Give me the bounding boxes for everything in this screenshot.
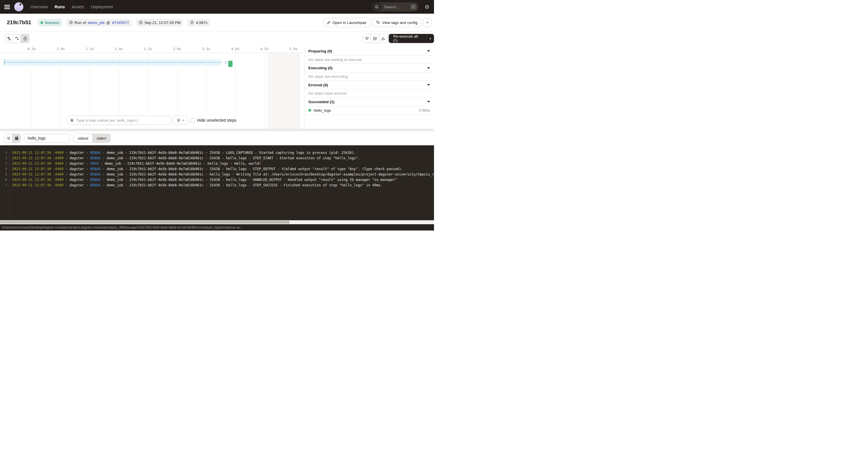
log-level: INFO bbox=[90, 161, 99, 165]
collapse-subset-button[interactable] bbox=[174, 116, 188, 125]
tab-stderr[interactable]: stderr bbox=[93, 134, 111, 143]
hide-unselected-checkbox[interactable] bbox=[191, 118, 195, 123]
dagster-logo-icon[interactable] bbox=[14, 2, 24, 12]
nav-link-runs[interactable]: Runs bbox=[55, 5, 65, 9]
step-start-marker-icon bbox=[224, 61, 227, 64]
commit-link[interactable]: 4f105077 bbox=[112, 21, 129, 25]
collapse-bottom-button[interactable] bbox=[363, 34, 371, 43]
gantt-chart: 0.5s1.0s1.5s2.0s2.5s3.0s3.5s4.0s4.5s5.0s… bbox=[0, 45, 305, 129]
scrollbar-thumb[interactable] bbox=[0, 221, 289, 224]
log-line: 72023-09-21 12:07:30 -0400 - dagster - D… bbox=[0, 183, 434, 188]
structured-log-button[interactable] bbox=[5, 134, 12, 143]
view-flat-button[interactable] bbox=[5, 34, 13, 43]
step-success-bar[interactable] bbox=[228, 61, 232, 67]
stopwatch-mode-icon bbox=[23, 36, 27, 41]
panel-empty-message: No steps are executing bbox=[308, 74, 348, 79]
tag-icon bbox=[376, 21, 380, 25]
flat-gantt-icon bbox=[7, 36, 11, 41]
log-timestamp: 2023-09-21 12:07:30 -0400 bbox=[12, 156, 64, 160]
step-subset-input[interactable] bbox=[76, 118, 169, 123]
log-filter-input[interactable] bbox=[24, 134, 70, 143]
re-execute-label: Re-execute all (*) bbox=[389, 34, 426, 43]
view-tags-config-button[interactable]: View tags and config bbox=[372, 18, 422, 27]
panel-section-header[interactable]: Errored (0) bbox=[305, 81, 434, 89]
panel-section-header[interactable]: Succeeded (1) bbox=[305, 98, 434, 106]
status-label: Success bbox=[45, 21, 59, 25]
log-toolbar: stdout stderr bbox=[0, 131, 434, 145]
dagster-run-page: OverviewRunsAssetsDeployment / ⚙ 219c7b5… bbox=[0, 0, 434, 230]
step-success-dot-icon bbox=[308, 109, 311, 112]
start-time-tag: Sep 21, 12:07:26 PM bbox=[136, 19, 184, 27]
log-line-text: 2023-09-21 12:07:30 -0400 - dagster - IN… bbox=[9, 161, 261, 166]
clock-icon bbox=[139, 21, 143, 25]
panel-empty-row: No steps are executing bbox=[305, 72, 434, 81]
log-level: DEBUG bbox=[90, 178, 101, 182]
raw-log-button[interactable] bbox=[12, 134, 21, 143]
gantt-toolbar: Hide not started steps Re-execute all (*… bbox=[0, 32, 434, 45]
job-link[interactable]: demo_job bbox=[88, 21, 104, 25]
re-execute-caret-icon[interactable]: ▾ bbox=[426, 34, 434, 43]
step-duration: 0.065s bbox=[419, 108, 430, 113]
search-box[interactable]: / bbox=[372, 2, 418, 11]
log-line: 12023-09-21 12:07:30 -0400 - dagster - D… bbox=[0, 150, 434, 156]
collapse-top-button[interactable] bbox=[379, 34, 387, 43]
axis-tick: 4.5s bbox=[258, 47, 271, 51]
stream-tabs: stdout stderr bbox=[73, 134, 111, 143]
log-view-mode-group bbox=[4, 134, 21, 143]
axis-tick: 2.5s bbox=[142, 47, 154, 51]
horizontal-scrollbar[interactable] bbox=[0, 220, 434, 224]
axis-tick: 3.5s bbox=[200, 47, 213, 51]
panel-empty-row: No steps have errored bbox=[305, 89, 434, 98]
log-timestamp: 2023-09-21 12:07:30 -0400 bbox=[12, 167, 64, 171]
axis-tick: 4.0s bbox=[229, 47, 242, 51]
step-row[interactable]: hello_logs0.065s bbox=[305, 106, 434, 115]
panel-section-header[interactable]: Executing (0) bbox=[305, 64, 434, 72]
status-badge: Success bbox=[38, 19, 62, 26]
chevron-down-icon bbox=[427, 84, 430, 86]
log-level: DEBUG bbox=[90, 167, 101, 171]
panel-section-header[interactable]: Preparing (0) bbox=[305, 47, 434, 56]
gear-icon[interactable]: ⚙ bbox=[425, 0, 429, 14]
gutter-divider bbox=[9, 145, 10, 220]
log-output[interactable]: 12023-09-21 12:07:30 -0400 - dagster - D… bbox=[0, 145, 434, 220]
log-timestamp: 2023-09-21 12:07:30 -0400 bbox=[12, 183, 64, 187]
split-panels-button[interactable] bbox=[371, 34, 379, 43]
chevron-down-icon bbox=[427, 67, 430, 69]
log-level: DEBUG bbox=[90, 151, 101, 155]
view-waterfall-button[interactable] bbox=[13, 34, 21, 43]
log-line-number: 1 bbox=[0, 150, 9, 156]
log-level: DEBUG bbox=[90, 183, 101, 187]
panel-empty-message: No steps are waiting to execute bbox=[308, 58, 362, 62]
panel-layout-group bbox=[363, 34, 387, 43]
log-line-text: 2023-09-21 12:07:30 -0400 - dagster - DE… bbox=[9, 177, 397, 183]
panel-collapse-up-icon bbox=[381, 36, 385, 41]
panel-collapse-down-icon bbox=[365, 36, 369, 41]
tab-stdout[interactable]: stdout bbox=[74, 134, 93, 143]
log-line-number: 2 bbox=[0, 156, 9, 161]
nav-link-deployment[interactable]: Deployment bbox=[91, 5, 113, 9]
search-input[interactable] bbox=[381, 5, 411, 9]
gantt-view-mode-group bbox=[5, 34, 29, 43]
log-line-text: 2023-09-21 12:07:30 -0400 - dagster - DE… bbox=[9, 156, 360, 161]
more-actions-button[interactable] bbox=[424, 18, 431, 27]
view-timed-button[interactable] bbox=[21, 34, 29, 43]
axis-tick: 0.5s bbox=[25, 47, 38, 51]
re-execute-button[interactable]: Re-execute all (*) ▾ bbox=[389, 34, 434, 43]
nav-link-overview[interactable]: Overview bbox=[30, 5, 48, 9]
beyond-duration-region bbox=[268, 53, 300, 129]
log-level: DEBUG bbox=[90, 173, 101, 176]
list-icon bbox=[6, 136, 10, 141]
log-line: 62023-09-21 12:07:30 -0400 - dagster - D… bbox=[0, 177, 434, 183]
hide-unselected-label: Hide unselected steps bbox=[197, 118, 237, 123]
gridline bbox=[265, 53, 265, 129]
duration: 4.567s bbox=[196, 21, 208, 25]
axis-tick: 5.0s bbox=[287, 47, 300, 51]
stopwatch-icon bbox=[190, 21, 194, 25]
nav-link-assets[interactable]: Assets bbox=[72, 5, 84, 9]
log-line-number: 7 bbox=[0, 183, 9, 188]
hamburger-menu-icon[interactable] bbox=[4, 5, 10, 9]
open-in-launchpad-button[interactable]: Open in Launchpad bbox=[323, 18, 370, 27]
resize-handle[interactable] bbox=[0, 129, 434, 131]
at-separator: @ bbox=[106, 21, 110, 25]
hide-unselected-row: Hide unselected steps bbox=[191, 118, 237, 123]
